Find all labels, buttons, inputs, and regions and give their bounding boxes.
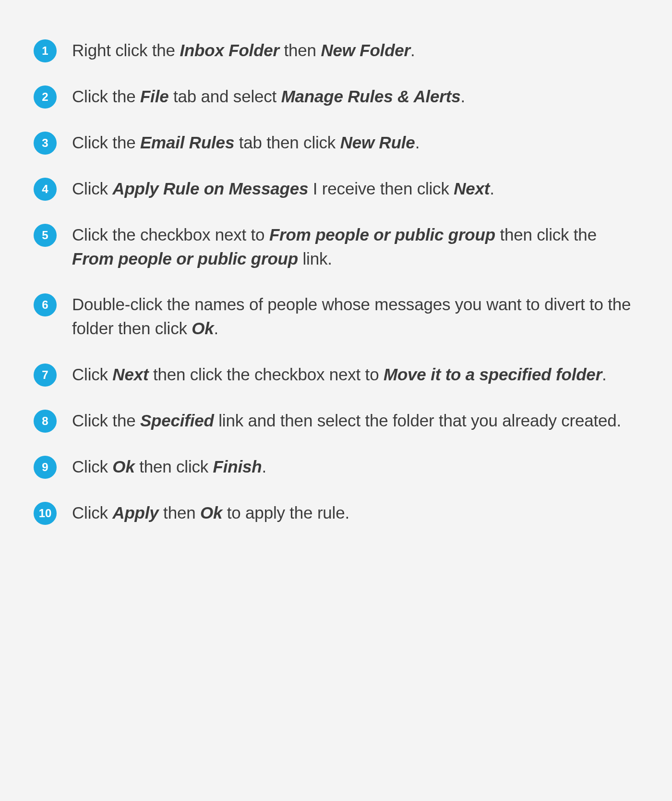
text-segment: Double-click the names of people whose m…: [72, 295, 631, 338]
step-item: 3Click the Email Rules tab then click Ne…: [34, 131, 638, 155]
text-segment: Click: [72, 503, 112, 522]
text-segment: .: [410, 41, 415, 60]
text-segment: .: [415, 133, 420, 152]
text-segment: Right click the: [72, 41, 180, 60]
step-item: 10Click Apply then Ok to apply the rule.: [34, 501, 638, 525]
text-segment: link and then select the folder that you…: [214, 411, 621, 430]
emphasized-term: Apply: [112, 503, 158, 522]
text-segment: then click the checkbox next to: [148, 365, 384, 384]
emphasized-term: Ok: [112, 457, 134, 476]
step-number-badge: 2: [34, 85, 57, 109]
text-segment: Click: [72, 365, 112, 384]
step-text: Click Ok then click Finish.: [72, 455, 266, 479]
emphasized-term: Next: [454, 179, 490, 198]
step-number-badge: 10: [34, 502, 57, 525]
step-number-badge: 3: [34, 132, 57, 155]
text-segment: .: [214, 319, 219, 338]
text-segment: Click the checkbox next to: [72, 225, 269, 244]
emphasized-term: Move it to a specified folder: [384, 365, 602, 384]
emphasized-term: Specified: [140, 411, 214, 430]
step-item: 9Click Ok then click Finish.: [34, 455, 638, 479]
step-text: Click Apply then Ok to apply the rule.: [72, 501, 349, 525]
text-segment: .: [602, 365, 607, 384]
emphasized-term: New Folder: [321, 41, 410, 60]
text-segment: Click: [72, 179, 112, 198]
step-number-badge: 6: [34, 293, 57, 316]
emphasized-term: File: [140, 87, 169, 106]
step-number-badge: 8: [34, 410, 57, 433]
emphasized-term: Email Rules: [140, 133, 234, 152]
emphasized-term: Inbox Folder: [180, 41, 279, 60]
step-item: 4Click Apply Rule on Messages I receive …: [34, 177, 638, 201]
emphasized-term: Manage Rules & Alerts: [281, 87, 461, 106]
emphasized-term: Ok: [200, 503, 222, 522]
step-item: 7Click Next then click the checkbox next…: [34, 363, 638, 387]
text-segment: to apply the rule.: [222, 503, 349, 522]
text-segment: tab and select: [168, 87, 281, 106]
step-item: 8Click the Specified link and then selec…: [34, 409, 638, 433]
step-number-badge: 1: [34, 39, 57, 62]
step-item: 5Click the checkbox next to From people …: [34, 223, 638, 270]
text-segment: then: [159, 503, 200, 522]
text-segment: then: [279, 41, 321, 60]
step-text: Click Apply Rule on Messages I receive t…: [72, 177, 494, 201]
step-number-badge: 4: [34, 178, 57, 201]
text-segment: I receive then click: [308, 179, 454, 198]
emphasized-term: Finish: [213, 457, 262, 476]
step-text: Click Next then click the checkbox next …: [72, 363, 607, 387]
step-number-badge: 5: [34, 224, 57, 247]
step-number-badge: 9: [34, 456, 57, 479]
text-segment: then click: [135, 457, 213, 476]
step-item: 1Right click the Inbox Folder then New F…: [34, 38, 638, 62]
emphasized-term: Apply Rule on Messages: [112, 179, 308, 198]
emphasized-term: Ok: [192, 319, 214, 338]
text-segment: Click: [72, 457, 112, 476]
step-text: Click the Specified link and then select…: [72, 409, 621, 433]
text-segment: .: [262, 457, 266, 476]
text-segment: Click the: [72, 411, 140, 430]
step-text: Click the File tab and select Manage Rul…: [72, 85, 465, 109]
step-text: Right click the Inbox Folder then New Fo…: [72, 38, 415, 62]
text-segment: Click the: [72, 87, 140, 106]
emphasized-term: From people or public group: [72, 249, 298, 268]
text-segment: Click the: [72, 133, 140, 152]
emphasized-term: Next: [112, 365, 148, 384]
text-segment: tab then click: [234, 133, 340, 152]
text-segment: .: [460, 87, 465, 106]
text-segment: then click the: [495, 225, 597, 244]
step-text: Click the Email Rules tab then click New…: [72, 131, 420, 155]
text-segment: .: [490, 179, 494, 198]
step-text: Click the checkbox next to From people o…: [72, 223, 638, 270]
emphasized-term: From people or public group: [269, 225, 495, 244]
text-segment: link.: [298, 249, 332, 268]
step-item: 2Click the File tab and select Manage Ru…: [34, 85, 638, 109]
step-number-badge: 7: [34, 364, 57, 387]
steps-list: 1Right click the Inbox Folder then New F…: [34, 38, 638, 525]
step-text: Double-click the names of people whose m…: [72, 292, 638, 340]
step-item: 6Double-click the names of people whose …: [34, 292, 638, 340]
emphasized-term: New Rule: [340, 133, 415, 152]
